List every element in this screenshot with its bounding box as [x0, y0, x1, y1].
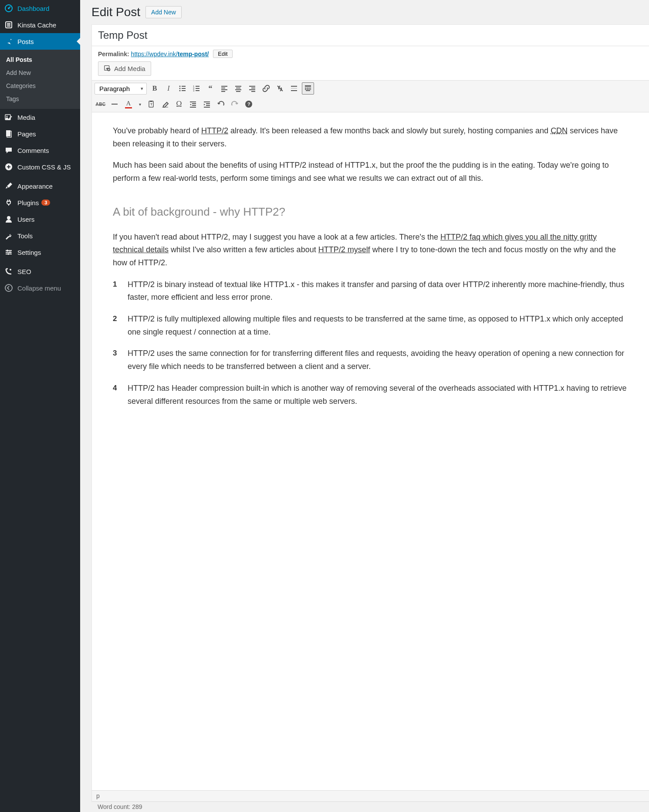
- post-title-input[interactable]: [92, 25, 649, 46]
- sidebar-item-dashboard[interactable]: Dashboard: [0, 0, 80, 17]
- svg-rect-46: [291, 86, 297, 87]
- element-path: p: [96, 792, 645, 799]
- text-color-dropdown[interactable]: ▾: [136, 98, 143, 110]
- sidebar-item-comments[interactable]: Comments: [0, 142, 80, 159]
- svg-text:3: 3: [193, 89, 195, 92]
- list-item: HTTP/2 has Header compression built-in w…: [113, 382, 628, 408]
- svg-rect-55: [307, 89, 308, 90]
- svg-rect-16: [10, 251, 10, 253]
- submenu-item-all-posts[interactable]: All Posts: [0, 53, 80, 66]
- text-color-button[interactable]: A: [122, 98, 135, 110]
- svg-rect-48: [291, 90, 297, 91]
- outdent-button[interactable]: [187, 98, 199, 110]
- svg-text:T: T: [150, 102, 152, 106]
- svg-rect-68: [206, 103, 210, 104]
- svg-rect-29: [196, 86, 199, 87]
- svg-rect-65: [192, 105, 196, 106]
- word-count: Word count: 289: [91, 802, 649, 812]
- sidebar-item-plugins[interactable]: Plugins3: [0, 194, 80, 211]
- editor-content[interactable]: You've probably heard of HTTP/2 already.…: [92, 112, 649, 790]
- bullet-list-button[interactable]: [176, 82, 189, 95]
- collapse-icon: [4, 284, 13, 292]
- svg-rect-61: [150, 101, 152, 102]
- svg-rect-23: [182, 86, 186, 87]
- permalink-edit-button[interactable]: Edit: [213, 50, 232, 58]
- special-character-button[interactable]: Ω: [173, 98, 185, 110]
- main-content: Edit Post Add New Permalink: https://wpd…: [80, 0, 649, 812]
- svg-rect-50: [305, 88, 306, 88]
- link-button[interactable]: [260, 82, 272, 95]
- add-media-button[interactable]: Add Media: [98, 61, 151, 76]
- align-right-button[interactable]: [246, 82, 258, 95]
- svg-rect-49: [305, 85, 311, 87]
- unlink-button[interactable]: [274, 82, 286, 95]
- sidebar-item-tools[interactable]: Tools: [0, 227, 80, 244]
- plus-icon: [4, 162, 13, 171]
- submenu-item-tags[interactable]: Tags: [0, 92, 80, 105]
- add-new-button[interactable]: Add New: [145, 6, 182, 18]
- content-paragraph: Much has been said about the benefits of…: [113, 159, 628, 185]
- svg-rect-35: [221, 88, 225, 88]
- svg-rect-39: [236, 88, 240, 88]
- sidebar-item-kinsta-cache[interactable]: Kinsta Cache: [0, 17, 80, 33]
- sidebar-item-pages[interactable]: Pages: [0, 125, 80, 142]
- svg-point-19: [5, 284, 12, 291]
- numbered-list-button[interactable]: 123: [190, 82, 203, 95]
- sidebar-item-posts[interactable]: Posts: [0, 33, 80, 50]
- permalink-url[interactable]: https://wpdev.ink/temp-post/: [131, 51, 209, 58]
- comment-icon: [4, 146, 13, 155]
- content-paragraph: If you haven't read about HTTP/2, may I …: [113, 231, 628, 270]
- svg-point-24: [179, 88, 181, 89]
- collapse-menu-button[interactable]: Collapse menu: [0, 280, 80, 296]
- strikethrough-button[interactable]: ABC: [95, 98, 107, 110]
- editor-toolbar: Paragraph B I 123 “ ABC: [92, 80, 649, 112]
- read-more-button[interactable]: [288, 82, 300, 95]
- svg-rect-69: [206, 105, 210, 106]
- svg-rect-15: [7, 250, 8, 251]
- svg-rect-57: [310, 89, 311, 90]
- horizontal-rule-button[interactable]: [108, 98, 121, 110]
- italic-button[interactable]: I: [162, 82, 175, 95]
- svg-rect-58: [306, 90, 310, 91]
- svg-rect-36: [221, 89, 227, 90]
- help-button[interactable]: ?: [243, 98, 255, 110]
- sidebar-item-appearance[interactable]: Appearance: [0, 178, 80, 194]
- svg-rect-17: [8, 253, 9, 255]
- list-item: HTTP/2 uses the same connection for for …: [113, 347, 628, 373]
- toolbar-toggle-button[interactable]: [302, 82, 314, 95]
- wrench-icon: [4, 231, 13, 240]
- align-left-button[interactable]: [218, 82, 230, 95]
- svg-rect-44: [249, 89, 255, 90]
- svg-rect-64: [192, 103, 196, 104]
- indent-button[interactable]: [201, 98, 213, 110]
- svg-point-26: [179, 90, 181, 91]
- sidebar-item-users[interactable]: Users: [0, 211, 80, 227]
- sidebar-item-settings[interactable]: Settings: [0, 244, 80, 261]
- svg-rect-31: [196, 88, 199, 89]
- align-center-button[interactable]: [232, 82, 244, 95]
- paste-text-button[interactable]: T: [145, 98, 157, 110]
- list-item: HTTP/2 is fully multiplexed allowing mul…: [113, 313, 628, 338]
- submenu-item-add-new[interactable]: Add New: [0, 66, 80, 79]
- undo-button[interactable]: [215, 98, 227, 110]
- post-editor: Permalink: https://wpdev.ink/temp-post/ …: [91, 24, 649, 802]
- add-media-label: Add Media: [114, 65, 145, 72]
- blockquote-button[interactable]: “: [204, 82, 216, 95]
- svg-rect-40: [235, 89, 241, 90]
- sidebar-item-seo[interactable]: SEO: [0, 263, 80, 280]
- sidebar-item-media[interactable]: Media: [0, 109, 80, 125]
- svg-rect-54: [305, 89, 306, 90]
- sidebar-item-custom-css-js[interactable]: Custom CSS & JS: [0, 159, 80, 175]
- redo-button[interactable]: [229, 98, 241, 110]
- svg-rect-53: [310, 88, 311, 88]
- format-select[interactable]: Paragraph: [95, 83, 147, 95]
- bold-button[interactable]: B: [149, 82, 161, 95]
- submenu-item-categories[interactable]: Categories: [0, 79, 80, 92]
- clear-formatting-button[interactable]: [159, 98, 171, 110]
- content-ordered-list: HTTP/2 is binary instead of textual like…: [113, 278, 628, 408]
- svg-rect-52: [308, 88, 310, 88]
- svg-point-11: [7, 216, 10, 220]
- svg-point-22: [179, 86, 181, 87]
- content-paragraph: You've probably heard of HTTP/2 already.…: [113, 125, 628, 150]
- svg-rect-38: [235, 86, 241, 87]
